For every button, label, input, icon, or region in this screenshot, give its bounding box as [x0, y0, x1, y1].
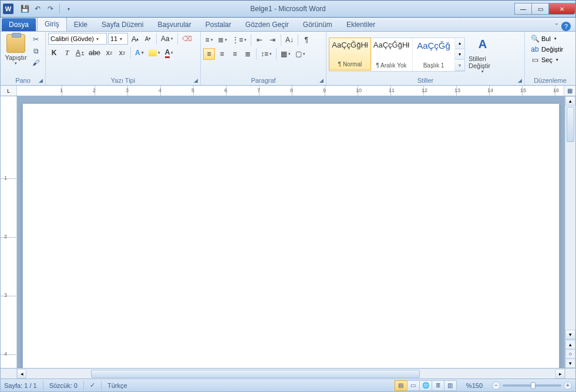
highlight-icon[interactable]: ▾	[147, 47, 162, 59]
view-web-layout-icon[interactable]: 🌐	[419, 380, 432, 391]
zoom-track[interactable]	[503, 384, 561, 387]
gallery-more-icon[interactable]: ▿	[455, 60, 464, 71]
redo-icon[interactable]: ↷	[45, 4, 56, 14]
style-normal[interactable]: AaÇçĞğHł ¶ Normal	[329, 38, 371, 70]
multilevel-list-icon[interactable]: ⋮≡▾	[230, 34, 248, 46]
tab-insert[interactable]: Ekle	[67, 18, 95, 31]
vertical-ruler[interactable]: 1234	[1, 96, 17, 368]
horizontal-ruler[interactable]: 12345678910111213141516	[17, 86, 564, 96]
gallery-down-icon[interactable]: ▾	[455, 49, 464, 60]
show-marks-icon[interactable]: ¶	[301, 34, 312, 46]
minimize-button[interactable]: —	[514, 3, 532, 15]
style-heading1[interactable]: AaÇçĞğ Başlık 1	[413, 38, 455, 71]
group-paragraph: ≡▾ ≣▾ ⋮≡▾ ⇤ ⇥ A↓ ¶ ≡ ≡ ≡ ≣ ↕≡▾ ▦▾ ▢▾	[201, 32, 326, 85]
clear-formatting-icon[interactable]: ⌫	[180, 33, 194, 45]
align-left-button[interactable]: ≡	[203, 48, 215, 60]
font-launcher-icon[interactable]: ◢	[192, 77, 199, 84]
change-styles-button[interactable]: A Stilleri Değiştir ▾	[467, 34, 498, 75]
increase-indent-icon[interactable]: ⇥	[267, 34, 278, 46]
align-center-button[interactable]: ≡	[216, 48, 228, 60]
view-print-layout-icon[interactable]: ▤	[395, 380, 407, 391]
superscript-button[interactable]: x2	[116, 47, 128, 59]
text-effects-icon[interactable]: A▾	[133, 47, 146, 59]
zoom-out-icon[interactable]: −	[492, 381, 500, 390]
group-clipboard: Yapıştır ▾ ✂ ⧉ 🖌 Pano ◢	[1, 32, 46, 85]
status-word-count[interactable]: Sözcük: 0	[49, 382, 78, 389]
undo-icon[interactable]: ↶	[32, 4, 43, 14]
tab-references[interactable]: Başvurular	[150, 18, 198, 31]
line-spacing-icon[interactable]: ↕≡▾	[259, 48, 274, 60]
view-full-reading-icon[interactable]: ▭	[407, 380, 420, 391]
status-page[interactable]: Sayfa: 1 / 1	[4, 382, 37, 389]
font-color-icon[interactable]: A▾	[163, 47, 176, 59]
tab-selector[interactable]: L	[1, 86, 17, 96]
hscroll-track[interactable]	[26, 369, 555, 379]
find-label: Bul	[541, 35, 551, 42]
paste-button[interactable]: Yapıştır ▾	[3, 33, 29, 67]
sort-icon[interactable]: A↓	[284, 34, 295, 46]
clipboard-launcher-icon[interactable]: ◢	[37, 77, 44, 84]
font-name-combo[interactable]: Calibri (Gövde)▾	[48, 33, 107, 45]
scroll-down-icon[interactable]: ▾	[565, 330, 575, 339]
justify-button[interactable]: ≣	[242, 48, 254, 60]
scroll-left-icon[interactable]: ◂	[17, 369, 26, 379]
tab-home[interactable]: Giriş	[37, 17, 67, 31]
gallery-up-icon[interactable]: ▴	[455, 38, 464, 49]
ribbon-minimize-icon[interactable]: ˇ	[555, 22, 558, 31]
tab-mailings[interactable]: Postalar	[198, 18, 238, 31]
style-no-spacing[interactable]: AaÇçĞğHł ¶ Aralık Yok	[370, 38, 413, 71]
borders-icon[interactable]: ▢▾	[294, 48, 307, 60]
paragraph-launcher-icon[interactable]: ◢	[318, 77, 325, 84]
vscroll-thumb[interactable]	[567, 107, 574, 142]
close-button[interactable]: ✕	[548, 3, 575, 15]
next-page-icon[interactable]: ▾	[565, 359, 575, 368]
bullets-icon[interactable]: ≡▾	[203, 34, 215, 46]
ruler-toggle-icon[interactable]: ▦	[564, 86, 575, 96]
numbering-icon[interactable]: ≣▾	[216, 34, 229, 46]
scroll-up-icon[interactable]: ▴	[565, 96, 575, 106]
underline-button[interactable]: A▾	[74, 47, 86, 59]
tab-review[interactable]: Gözden Geçir	[238, 18, 296, 31]
italic-button[interactable]: T	[61, 47, 73, 59]
zoom-in-icon[interactable]: +	[564, 381, 572, 390]
vscroll-track[interactable]	[565, 143, 575, 330]
styles-launcher-icon[interactable]: ◢	[516, 77, 523, 84]
change-case-icon[interactable]: Aa▾	[159, 33, 175, 45]
font-size-combo[interactable]: 11▾	[108, 33, 128, 45]
view-draft-icon[interactable]: ▥	[444, 380, 457, 391]
proofing-icon[interactable]: ✓	[90, 381, 95, 389]
tab-file[interactable]: Dosya	[2, 18, 36, 31]
replace-button[interactable]: abDeğiştir	[528, 45, 565, 54]
hscroll-thumb[interactable]	[91, 370, 420, 378]
qat-customize-icon[interactable]: ▾	[63, 4, 74, 14]
save-icon[interactable]: 💾	[19, 4, 30, 14]
shading-icon[interactable]: ▦▾	[279, 48, 292, 60]
zoom-level[interactable]: %150	[466, 382, 483, 389]
tab-view[interactable]: Görünüm	[296, 18, 339, 31]
view-buttons: ▤ ▭ 🌐 ≣ ▥	[395, 380, 457, 391]
help-icon[interactable]: ?	[561, 22, 571, 31]
decrease-indent-icon[interactable]: ⇤	[254, 34, 265, 46]
status-language[interactable]: Türkçe	[107, 382, 127, 389]
align-right-button[interactable]: ≡	[229, 48, 241, 60]
browse-object-icon[interactable]: ○	[565, 349, 575, 359]
document-page[interactable]	[22, 103, 560, 368]
shrink-font-icon[interactable]: A▾	[142, 33, 154, 45]
format-painter-icon[interactable]: 🖌	[30, 58, 42, 68]
maximize-button[interactable]: ▭	[531, 3, 549, 15]
subscript-button[interactable]: x2	[103, 47, 115, 59]
copy-icon[interactable]: ⧉	[30, 46, 42, 56]
grow-font-icon[interactable]: A▴	[129, 33, 141, 45]
select-button[interactable]: ▭Seç▾	[528, 55, 565, 65]
style-name: ¶ Aralık Yok	[376, 62, 406, 69]
find-button[interactable]: 🔍Bul▾	[528, 34, 565, 43]
cut-icon[interactable]: ✂	[30, 34, 42, 45]
zoom-thumb[interactable]	[531, 382, 535, 389]
view-outline-icon[interactable]: ≣	[432, 380, 444, 391]
tab-page-layout[interactable]: Sayfa Düzeni	[95, 18, 150, 31]
tab-addins[interactable]: Eklentiler	[339, 18, 382, 31]
bold-button[interactable]: K	[48, 47, 60, 59]
strikethrough-button[interactable]: abe	[87, 47, 102, 59]
scroll-right-icon[interactable]: ▸	[555, 369, 565, 379]
prev-page-icon[interactable]: ▴	[565, 340, 575, 349]
